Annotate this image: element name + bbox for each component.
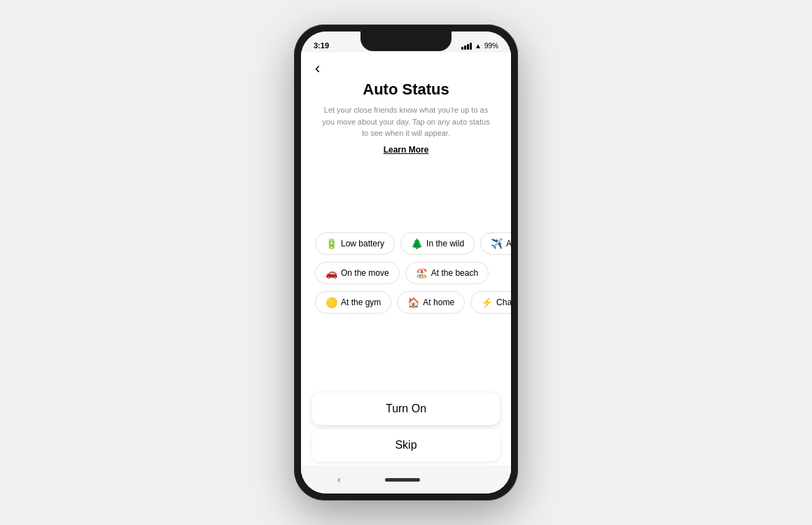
- wifi-icon: ▲: [475, 42, 482, 50]
- bottom-nav-bar: ‹: [301, 465, 511, 493]
- screen-content: ‹ Auto Status Let your close friends kno…: [301, 52, 511, 493]
- skip-button[interactable]: Skip: [312, 429, 500, 461]
- chip-at-the-gym[interactable]: 🟡 At the gym: [315, 291, 391, 314]
- bottom-actions: Turn On Skip: [301, 386, 511, 465]
- chips-row-2: 🚗 On the move 🏖️ At the beach: [301, 262, 511, 284]
- phone-device: 3:19 ▲ 99% ‹ Auto Status Let your close …: [294, 24, 518, 500]
- turn-on-button[interactable]: Turn On: [312, 393, 500, 425]
- chip-at-partial-label: At th...: [506, 239, 511, 248]
- chip-at-the-beach-label: At the beach: [431, 268, 478, 278]
- nav-back-arrow[interactable]: ‹: [337, 474, 341, 485]
- in-the-wild-emoji: 🌲: [411, 238, 423, 249]
- battery-text: 99%: [484, 42, 498, 50]
- low-battery-emoji: 🔋: [326, 238, 337, 249]
- at-the-gym-emoji: 🟡: [326, 297, 337, 308]
- learn-more-link[interactable]: Learn More: [315, 145, 497, 155]
- signal-icon: [461, 43, 472, 50]
- plane-emoji: ✈️: [491, 238, 503, 249]
- phone-notch: [360, 31, 451, 51]
- phone-screen: 3:19 ▲ 99% ‹ Auto Status Let your close …: [301, 31, 511, 493]
- chip-at-home-label: At home: [423, 298, 454, 307]
- chip-charging-partial[interactable]: ⚡ Cha...: [470, 291, 511, 314]
- back-button[interactable]: ‹: [315, 61, 320, 76]
- chip-at-the-beach-partial[interactable]: ✈️ At th...: [480, 232, 511, 255]
- chip-in-the-wild-label: In the wild: [426, 239, 464, 248]
- on-the-move-emoji: 🚗: [326, 267, 337, 279]
- at-the-beach-emoji: 🏖️: [416, 267, 428, 279]
- at-home-emoji: 🏠: [407, 297, 419, 308]
- chips-area: 🔋 Low battery 🌲 In the wild ✈️ At th...: [301, 160, 511, 386]
- chip-on-the-move-label: On the move: [341, 268, 389, 278]
- status-icons: ▲ 99%: [461, 42, 498, 50]
- chip-at-home[interactable]: 🏠 At home: [397, 291, 465, 314]
- chips-row-3: 🟡 At the gym 🏠 At home ⚡ Cha...: [301, 291, 511, 314]
- chip-low-battery[interactable]: 🔋 Low battery: [315, 232, 395, 255]
- page-description: Let your close friends know what you're …: [315, 104, 497, 139]
- status-time: 3:19: [314, 41, 329, 50]
- charging-emoji: ⚡: [481, 297, 493, 308]
- chip-in-the-wild[interactable]: 🌲 In the wild: [400, 232, 475, 255]
- chips-row-1: 🔋 Low battery 🌲 In the wild ✈️ At th...: [301, 232, 511, 255]
- page-title: Auto Status: [315, 80, 497, 99]
- chip-on-the-move[interactable]: 🚗 On the move: [315, 262, 400, 284]
- chip-low-battery-label: Low battery: [341, 239, 384, 248]
- home-indicator[interactable]: [385, 478, 420, 482]
- header: ‹ Auto Status Let your close friends kno…: [301, 52, 511, 160]
- chip-charging-partial-label: Cha...: [496, 298, 511, 307]
- chip-at-the-beach[interactable]: 🏖️ At the beach: [405, 262, 489, 284]
- chip-at-the-gym-label: At the gym: [341, 298, 381, 307]
